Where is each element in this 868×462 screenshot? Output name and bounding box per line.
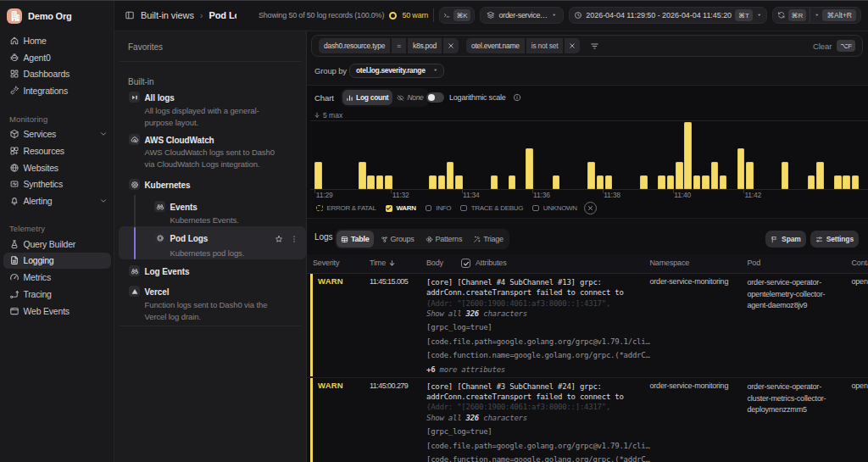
legend-checkbox[interactable]: [532, 205, 539, 212]
chart-bar[interactable]: [438, 175, 446, 189]
attribute-line[interactable]: [grpc_log=true]: [426, 322, 660, 332]
sidebar-item-services[interactable]: Services: [3, 125, 111, 142]
org-switcher[interactable]: Demo Org: [7, 8, 72, 24]
chart-bar[interactable]: [676, 162, 683, 189]
kebab-menu-icon[interactable]: [290, 235, 298, 243]
col-attributes[interactable]: Attributes: [476, 259, 507, 267]
cell-pod[interactable]: order-service-operator-opentelemetry-col…: [748, 277, 837, 312]
chart-bar[interactable]: [746, 162, 754, 189]
sidebar-item-alerting[interactable]: Alerting: [3, 192, 111, 209]
sidebar-item-home[interactable]: Home: [3, 32, 111, 49]
chart-bar[interactable]: [702, 175, 709, 189]
legend-item-unknown[interactable]: UNKNOWN: [532, 204, 577, 212]
sidebar-item-agent0[interactable]: Agent0: [3, 49, 111, 66]
chip-field[interactable]: otel.event.name: [466, 38, 525, 53]
view-item-pod-logs[interactable]: Pod Logs: [170, 234, 209, 243]
legend-item-warn[interactable]: WARN: [386, 204, 416, 212]
chart-bar[interactable]: [782, 162, 789, 189]
star-icon[interactable]: [275, 235, 283, 243]
chart-bar[interactable]: [605, 175, 613, 189]
legend-item-info[interactable]: INFO: [426, 204, 451, 212]
col-container[interactable]: Conta: [852, 259, 868, 267]
attribute-line[interactable]: [code.function.name=google.golang.org/gr…: [426, 350, 660, 360]
cell-namespace[interactable]: order-service-monitoring: [650, 277, 729, 286]
filter-bar[interactable]: dash0.resource.type=k8s.podotel.event.na…: [311, 35, 863, 57]
chart-bar[interactable]: [455, 175, 463, 189]
sidebar-item-web-events[interactable]: Web Events: [3, 303, 111, 320]
view-item-vercel[interactable]: Vercel: [145, 287, 170, 297]
chart-bar[interactable]: [737, 148, 745, 189]
sidebar-item-logging[interactable]: Logging: [3, 253, 111, 270]
sidebar-item-synthetics[interactable]: Synthetics: [3, 176, 111, 193]
col-namespace[interactable]: Namespace: [650, 259, 690, 267]
tab-patterns[interactable]: Patterns: [421, 231, 467, 248]
legend-close-icon[interactable]: [584, 202, 597, 214]
chart-bar[interactable]: [491, 175, 498, 189]
cell-pod[interactable]: order-service-operator-cluster-metrics-c…: [748, 381, 837, 416]
legend-checkbox[interactable]: [460, 205, 467, 212]
sidebar-item-tracing[interactable]: Tracing: [3, 286, 111, 303]
col-pod[interactable]: Pod: [748, 259, 761, 267]
bar-chart[interactable]: 5 max 11:2911:3211:3411:3611:3811:4011:4…: [307, 86, 868, 219]
settings-button[interactable]: Settings: [810, 231, 859, 248]
chart-bar[interactable]: [597, 175, 604, 189]
sidebar-item-metrics[interactable]: Metrics: [3, 269, 111, 286]
chart-bar[interactable]: [385, 175, 392, 189]
command-palette-button[interactable]: ⌘K: [439, 7, 475, 24]
chart-bar[interactable]: [509, 175, 516, 189]
view-item-log-events[interactable]: Log Events: [145, 267, 190, 276]
chart-bar[interactable]: [667, 175, 675, 189]
tab-triage[interactable]: Triage: [469, 231, 508, 248]
refresh-controls[interactable]: ⌘R ⌘Alt+R: [772, 7, 861, 24]
chart-bar[interactable]: [834, 175, 842, 189]
legend-item-trace-debug[interactable]: TRACE & DEBUG: [460, 204, 523, 212]
chart-bar[interactable]: [587, 162, 595, 189]
col-severity[interactable]: Severity: [313, 259, 339, 267]
chip-remove-icon[interactable]: [443, 38, 459, 53]
tab-table[interactable]: Table: [337, 231, 374, 248]
chart-bar[interactable]: [553, 175, 560, 189]
chart-bar[interactable]: [852, 175, 860, 189]
sidebar-item-integrations[interactable]: Integrations: [3, 82, 111, 99]
chart-bar[interactable]: [816, 162, 824, 189]
cell-container[interactable]: open: [852, 277, 868, 286]
chip-operator[interactable]: is not set: [526, 38, 564, 53]
view-item-events[interactable]: Events: [170, 203, 198, 212]
more-attributes-link[interactable]: +6 more attributes: [426, 365, 660, 375]
legend-item-error-fatal[interactable]: ERROR & FATAL: [316, 204, 376, 212]
chart-bar[interactable]: [367, 175, 375, 189]
chip-operator[interactable]: =: [392, 38, 406, 53]
breadcrumb-section[interactable]: Built-in views: [141, 10, 194, 20]
table-row[interactable]: WARN11:45:15.005[core] [Channel #4 SubCh…: [307, 274, 868, 376]
spam-button[interactable]: Spam: [765, 231, 806, 248]
chart-bar[interactable]: [658, 175, 665, 189]
chip-remove-icon[interactable]: [565, 38, 580, 53]
show-all-link[interactable]: Show all 326 characters: [426, 309, 660, 319]
view-item-kubernetes[interactable]: Kubernetes: [145, 181, 191, 190]
sidebar-item-dashboards[interactable]: Dashboards: [3, 66, 111, 83]
legend-checkbox[interactable]: [316, 205, 323, 212]
cell-container[interactable]: open: [852, 381, 868, 390]
show-all-link[interactable]: Show all 326 characters: [426, 413, 660, 423]
sidebar-item-websites[interactable]: Websites: [3, 159, 111, 176]
sidebar-item-resources[interactable]: Resources: [3, 142, 111, 159]
warn-count-badge[interactable]: 50 warn: [402, 11, 428, 19]
group-by-dropdown[interactable]: otel.log.severity.range: [349, 64, 444, 78]
chart-bar[interactable]: [720, 175, 727, 189]
chart-bar[interactable]: [314, 162, 322, 189]
chart-bar[interactable]: [711, 162, 719, 189]
views-panel-icon[interactable]: [125, 10, 135, 20]
legend-checkbox[interactable]: [386, 205, 392, 212]
chart-bar[interactable]: [808, 175, 815, 189]
chip-field[interactable]: dash0.resource.type: [319, 38, 390, 53]
attribute-line[interactable]: [grpc_log=true]: [426, 426, 660, 437]
tab-groups[interactable]: Groups: [376, 231, 419, 248]
view-item-all-logs[interactable]: All logs: [145, 93, 175, 103]
chart-bar[interactable]: [640, 175, 648, 189]
time-range-button[interactable]: 2026-04-04 11:29:50 - 2026-04-04 11:45:2…: [569, 7, 767, 24]
chart-bar[interactable]: [526, 148, 533, 189]
view-item-aws-cloudwatch[interactable]: AWS CloudWatch: [145, 136, 214, 145]
chart-bar[interactable]: [693, 175, 701, 189]
dataset-dropdown[interactable]: order-service…: [480, 7, 564, 24]
legend-checkbox[interactable]: [426, 205, 432, 212]
